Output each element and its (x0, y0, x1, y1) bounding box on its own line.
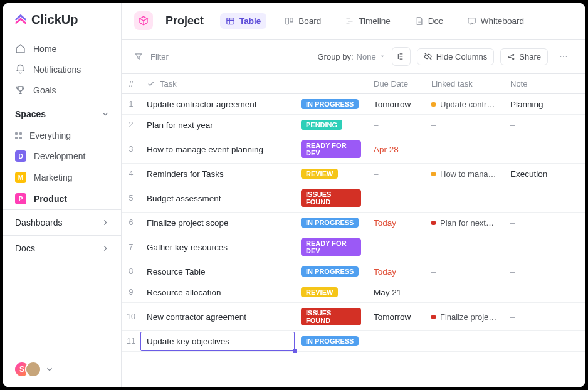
cell-linked: – (431, 120, 436, 130)
sidebar-docs[interactable]: Docs (3, 235, 121, 261)
cell-status[interactable]: READY FOR DEV (295, 135, 367, 163)
view-tab-board[interactable]: Board (279, 13, 327, 29)
col-header-status[interactable] (295, 74, 367, 93)
cell-task[interactable]: How to manage event planning (140, 140, 295, 159)
cell-status[interactable]: READY FOR DEV (295, 233, 367, 261)
tab-label: Table (239, 16, 261, 26)
cell-status[interactable]: REVIEW (295, 282, 367, 302)
cell-due-date[interactable]: Apr 28 (367, 140, 425, 159)
cell-task[interactable]: Budget assessment (140, 189, 295, 208)
row-height-button[interactable] (392, 47, 411, 66)
view-tab-timeline[interactable]: Timeline (339, 13, 396, 29)
col-header-linked[interactable]: Linked task (425, 74, 504, 93)
cell-linked[interactable]: Plan for next… (431, 218, 498, 228)
tab-label: Whiteboard (481, 16, 524, 26)
clickup-logo-icon (14, 13, 28, 27)
linked-text: How to mana… (440, 169, 496, 179)
home-icon (15, 43, 26, 54)
cell-task[interactable]: Reminders for Tasks (140, 164, 295, 184)
nav-home[interactable]: Home (9, 38, 115, 59)
cell-status[interactable]: REVIEW (295, 164, 367, 184)
cell-due-date[interactable]: – (367, 189, 425, 208)
cell-number: 11 (122, 332, 140, 350)
space-everything[interactable]: Everything (3, 125, 121, 145)
cell-due-date[interactable]: – (367, 164, 425, 184)
table-row[interactable]: 8 Resource Table IN PROGRESS Today – – (122, 261, 585, 282)
table-row[interactable]: 2 Plan for next year PENDING – – – (122, 115, 585, 135)
table-row[interactable]: 1 Update contractor agreement IN PROGRES… (122, 94, 585, 115)
svg-rect-0 (227, 18, 234, 24)
cell-status[interactable]: IN PROGRESS (295, 213, 367, 233)
cell-note-wrapper: – (504, 307, 585, 327)
filter-button[interactable]: Filter (150, 52, 169, 61)
cell-task[interactable]: Plan for next year (140, 115, 295, 135)
cell-status[interactable]: ISSUES FOUND (295, 184, 367, 212)
sidebar-space-item[interactable]: PProduct (3, 188, 121, 209)
svg-point-5 (513, 54, 514, 55)
cell-number: 2 (122, 115, 140, 134)
cell-due-date[interactable]: – (367, 115, 425, 135)
sidebar-space-item[interactable]: MMarketing (3, 167, 121, 188)
cell-due-date[interactable]: Tomorrow (367, 307, 425, 327)
cell-note: – (510, 120, 515, 130)
sidebar-dashboards[interactable]: Dashboards (3, 209, 121, 235)
cell-task[interactable]: New contractor agreement (140, 307, 295, 327)
tab-label: Doc (428, 16, 443, 26)
col-header-due[interactable]: Due Date (367, 74, 425, 93)
hide-columns-button[interactable]: Hide Columns (417, 48, 495, 65)
cell-due-date[interactable]: – (367, 238, 425, 257)
cell-due-date[interactable]: Tomorrow (367, 95, 425, 114)
cell-task[interactable]: Update contractor agreement (140, 95, 295, 114)
cell-task[interactable]: Gather key resources (140, 238, 295, 257)
cell-status[interactable]: IN PROGRESS (295, 94, 367, 114)
view-tab-whiteboard[interactable]: Whiteboard (461, 13, 530, 29)
spaces-header[interactable]: Spaces (3, 100, 121, 125)
cell-status[interactable]: IN PROGRESS (295, 261, 367, 282)
view-tab-table[interactable]: Table (220, 13, 266, 29)
cell-due-date[interactable]: – (367, 332, 425, 351)
cell-linked-wrapper: – (425, 332, 504, 351)
cell-linked-wrapper: – (425, 238, 504, 257)
cell-linked[interactable]: How to mana… (431, 169, 498, 179)
table-row[interactable]: 11 Update key objectives IN PROGRESS – –… (122, 331, 585, 352)
table-row[interactable]: 9 Resource allocation REVIEW May 21 – – (122, 282, 585, 303)
col-header-note[interactable]: Note (504, 74, 585, 93)
cell-task[interactable]: Finalize project scope (140, 213, 295, 233)
cell-due-date[interactable]: May 21 (367, 283, 425, 302)
view-tab-doc[interactable]: Doc (409, 13, 449, 29)
status-badge: PENDING (301, 120, 342, 130)
table-row[interactable]: 6 Finalize project scope IN PROGRESS Tod… (122, 213, 585, 233)
svg-point-4 (508, 56, 510, 57)
table-row[interactable]: 7 Gather key resources READY FOR DEV – –… (122, 233, 585, 261)
col-header-number[interactable]: # (122, 74, 140, 93)
cell-due-date[interactable]: Today (367, 262, 425, 282)
cell-task[interactable]: Resource allocation (140, 283, 295, 302)
sidebar-space-item[interactable]: DDevelopment (3, 145, 121, 167)
status-dot (431, 315, 436, 319)
nav-goals[interactable]: Goals (9, 80, 115, 100)
table-row[interactable]: 4 Reminders for Tasks REVIEW – How to ma… (122, 164, 585, 184)
cell-status[interactable]: PENDING (295, 115, 367, 135)
cell-status[interactable]: ISSUES FOUND (295, 303, 367, 330)
share-button[interactable]: Share (500, 48, 548, 65)
brand-logo[interactable]: ClickUp (3, 3, 121, 38)
table-header: # Task Due Date Linked task Note (122, 74, 585, 94)
cell-status[interactable]: IN PROGRESS (295, 331, 367, 351)
cell-task[interactable]: Resource Table (140, 262, 295, 282)
table-row[interactable]: 5 Budget assessment ISSUES FOUND – – – (122, 184, 585, 213)
nav-notifications[interactable]: Notifications (9, 59, 115, 80)
status-badge: REVIEW (301, 169, 338, 179)
more-button[interactable] (554, 47, 573, 66)
user-avatars[interactable]: S (3, 351, 121, 387)
cell-task[interactable]: Update key objectives (140, 332, 295, 351)
sidebar: ClickUp Home Notifications Goals Spaces … (3, 3, 122, 387)
table-row[interactable]: 10 New contractor agreement ISSUES FOUND… (122, 303, 585, 331)
col-header-task[interactable]: Task (140, 74, 295, 93)
avatar[interactable] (25, 361, 41, 377)
check-icon (147, 80, 155, 88)
cell-due-date[interactable]: Today (367, 213, 425, 233)
groupby-selector[interactable]: Group by: None (317, 52, 385, 61)
cell-linked[interactable]: Finalize proje… (431, 312, 498, 322)
table-row[interactable]: 3 How to manage event planning READY FOR… (122, 135, 585, 164)
cell-linked[interactable]: Update contr… (431, 100, 498, 109)
